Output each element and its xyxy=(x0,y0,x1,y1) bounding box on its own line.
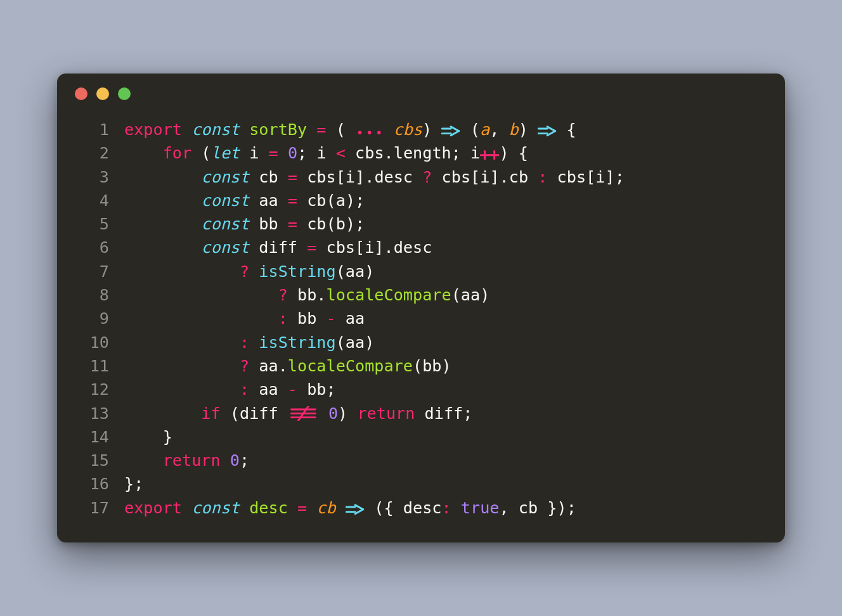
token-punct: . xyxy=(500,168,509,186)
token-punct: ( xyxy=(413,357,422,375)
token-punct: ; xyxy=(355,191,365,210)
code-line: 2 for (let i = 0; i < cbs.length; i) { xyxy=(57,141,762,165)
token-punct: ] xyxy=(605,168,614,186)
code-content: } xyxy=(124,425,762,449)
line-number: 4 xyxy=(57,189,124,212)
code-line: 15 return 0; xyxy=(57,449,762,472)
code-content: ? bb.localeCompare(aa) xyxy=(124,283,762,307)
token-op-main: : xyxy=(538,168,547,186)
line-number: 2 xyxy=(57,141,124,165)
token-op-main: : xyxy=(240,380,249,399)
token-method: localeCompare xyxy=(288,357,413,375)
token-var: i xyxy=(470,144,480,162)
svg-point-0 xyxy=(358,131,362,135)
svg-line-5 xyxy=(451,127,460,131)
token-param: cb xyxy=(316,499,335,517)
svg-line-10 xyxy=(547,131,555,136)
code-content: const cb = cbs[i].desc ? cbs[i].cb : cbs… xyxy=(124,165,762,189)
token-var: diff xyxy=(259,238,297,257)
token-kw-export: for xyxy=(163,144,192,162)
token-method: localeCompare xyxy=(327,286,451,304)
code-area: 1export const sortBy = ( cbs) (a, b) {2 … xyxy=(57,100,785,520)
line-number: 12 xyxy=(57,378,124,401)
code-line: 12 : aa - bb; xyxy=(57,378,762,401)
token-punct: { xyxy=(566,120,576,139)
token-op-main: = xyxy=(307,238,316,257)
code-content: return 0; xyxy=(124,449,762,472)
token-var: bb xyxy=(297,309,316,328)
token-punct: ) xyxy=(338,404,347,423)
token-punct: , xyxy=(499,499,508,517)
token-kw-decl: let xyxy=(211,144,240,162)
token-kw-decl: const xyxy=(201,238,249,257)
token-var: aa xyxy=(259,191,278,210)
token-op-main: = xyxy=(269,144,278,162)
token-punct: ] xyxy=(489,168,499,186)
code-line: 7 ? isString(aa) xyxy=(57,260,762,283)
token-ident-decl: sortBy xyxy=(249,120,307,139)
code-line: 11 ? aa.localeCompare(bb) xyxy=(57,354,762,378)
close-icon[interactable] xyxy=(75,87,87,100)
token-punct: ) xyxy=(442,357,451,375)
token-var: cb xyxy=(307,191,326,210)
minimize-icon[interactable] xyxy=(96,87,109,100)
svg-point-1 xyxy=(368,131,372,135)
token-punct: { xyxy=(519,144,528,162)
token-kw-export: return xyxy=(163,451,221,470)
code-content: : aa - bb; xyxy=(124,378,762,401)
token-var: diff xyxy=(425,404,463,423)
token-param: a xyxy=(480,120,489,139)
page-background: 1export const sortBy = ( cbs) (a, b) {2 … xyxy=(0,0,842,616)
token-var: b xyxy=(336,215,346,233)
token-var: cbs xyxy=(557,168,586,186)
code-content: for (let i = 0; i < cbs.length; i) { xyxy=(124,141,762,165)
token-punct: ) xyxy=(480,286,489,304)
token-op-main: ? xyxy=(240,357,249,375)
token-punct: { xyxy=(384,499,393,517)
line-number: 14 xyxy=(57,425,124,449)
token-var: cb xyxy=(307,215,326,233)
svg-line-22 xyxy=(355,510,363,514)
token-punct: } xyxy=(124,475,134,493)
token-var: cbs xyxy=(327,238,356,257)
token-var: bb xyxy=(307,380,326,399)
token-punct: ; xyxy=(327,380,336,399)
code-line: 3 const cb = cbs[i].desc ? cbs[i].cb : c… xyxy=(57,165,762,189)
line-number: 10 xyxy=(57,331,124,354)
code-line: 17export const desc = cb ({ desc: true, … xyxy=(57,496,762,520)
token-punct: } xyxy=(547,499,557,517)
token-op-main: = xyxy=(297,499,307,517)
token-num: true xyxy=(461,499,500,517)
token-punct: , xyxy=(489,120,499,139)
token-punct: . xyxy=(316,286,326,304)
code-content: export const sortBy = ( cbs) (a, b) { xyxy=(124,118,762,141)
token-op-main: = xyxy=(288,191,297,210)
token-var: desc xyxy=(403,499,442,517)
svg-line-21 xyxy=(355,505,363,510)
line-number: 16 xyxy=(57,472,124,496)
token-punct: ) xyxy=(365,262,374,281)
token-punct: [ xyxy=(355,238,365,257)
token-var: cbs xyxy=(355,144,384,162)
code-content: : isString(aa) xyxy=(124,331,762,354)
plus-plus-ligature-icon xyxy=(480,144,499,162)
code-content: const bb = cb(b); xyxy=(124,212,762,236)
token-punct: . xyxy=(384,144,394,162)
token-num: 0 xyxy=(288,144,297,162)
token-var: bb xyxy=(422,357,441,375)
token-var: bb xyxy=(297,286,316,304)
code-line: 8 ? bb.localeCompare(aa) xyxy=(57,283,762,307)
token-var: aa xyxy=(346,333,365,352)
code-content: const diff = cbs[i].desc xyxy=(124,236,762,259)
token-var: i xyxy=(316,144,326,162)
maximize-icon[interactable] xyxy=(118,87,131,100)
token-punct: ) xyxy=(500,144,509,162)
token-kw-decl: const xyxy=(191,120,240,139)
token-num: 0 xyxy=(230,451,240,470)
token-punct: ) xyxy=(346,215,355,233)
token-kw-export: export xyxy=(124,499,182,517)
token-punct: ( xyxy=(201,144,210,162)
token-var: cb xyxy=(509,168,528,186)
token-punct: [ xyxy=(470,168,480,186)
token-punct: ; xyxy=(567,499,576,517)
